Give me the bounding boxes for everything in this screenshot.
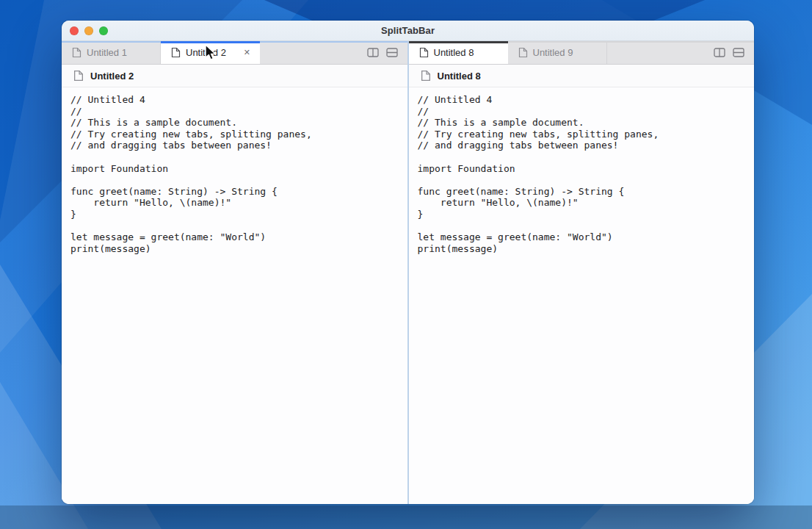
document-icon (72, 47, 81, 58)
window-title: SplitTabBar (381, 25, 435, 36)
close-tab-icon[interactable]: ✕ (242, 47, 253, 58)
document-icon (171, 47, 181, 58)
window-titlebar[interactable]: SplitTabBar (62, 21, 754, 41)
zoom-window-button[interactable] (99, 26, 108, 35)
document-icon (73, 70, 84, 82)
document-icon (518, 47, 528, 58)
desktop: SplitTabBar Untitled 1 (0, 0, 812, 529)
pane-right: Untitled 8 Untitled 9 (409, 41, 755, 504)
tab-bar-actions-left (367, 41, 407, 64)
split-horizontal-icon[interactable] (386, 48, 398, 57)
document-icon (421, 70, 431, 82)
pane-header-title: Untitled 2 (90, 71, 134, 82)
pane-header-right: Untitled 8 (409, 65, 755, 87)
split-container: Untitled 1 Untitled 2 ✕ (62, 41, 754, 504)
editor-right[interactable]: // Untitled 4 // // This is a sample doc… (409, 87, 755, 504)
tab-label: Untitled 8 (434, 47, 474, 58)
tab-untitled-1[interactable]: Untitled 1 (62, 41, 161, 64)
tab-label: Untitled 9 (533, 47, 573, 58)
tab-untitled-9[interactable]: Untitled 9 (508, 41, 607, 64)
tab-label: Untitled 1 (87, 47, 127, 58)
pane-left: Untitled 1 Untitled 2 ✕ (62, 41, 407, 504)
pane-header-title: Untitled 8 (438, 71, 481, 82)
traffic-lights (70, 21, 108, 41)
app-window: SplitTabBar Untitled 1 (62, 21, 754, 504)
editor-left[interactable]: // Untitled 4 // // This is a sample doc… (62, 87, 407, 504)
pane-header-left: Untitled 2 (62, 65, 407, 87)
tab-untitled-2[interactable]: Untitled 2 ✕ (161, 41, 260, 64)
tab-bar-actions-right (714, 41, 754, 64)
close-window-button[interactable] (70, 26, 79, 35)
split-vertical-icon[interactable] (714, 48, 725, 57)
tab-label: Untitled 2 (186, 47, 226, 58)
tab-bar-right: Untitled 8 Untitled 9 (409, 41, 755, 65)
minimize-window-button[interactable] (84, 26, 93, 35)
split-horizontal-icon[interactable] (733, 48, 744, 57)
tab-untitled-8[interactable]: Untitled 8 (409, 41, 508, 64)
tab-bar-left: Untitled 1 Untitled 2 ✕ (62, 41, 407, 65)
split-vertical-icon[interactable] (367, 48, 379, 57)
document-icon (419, 47, 429, 58)
